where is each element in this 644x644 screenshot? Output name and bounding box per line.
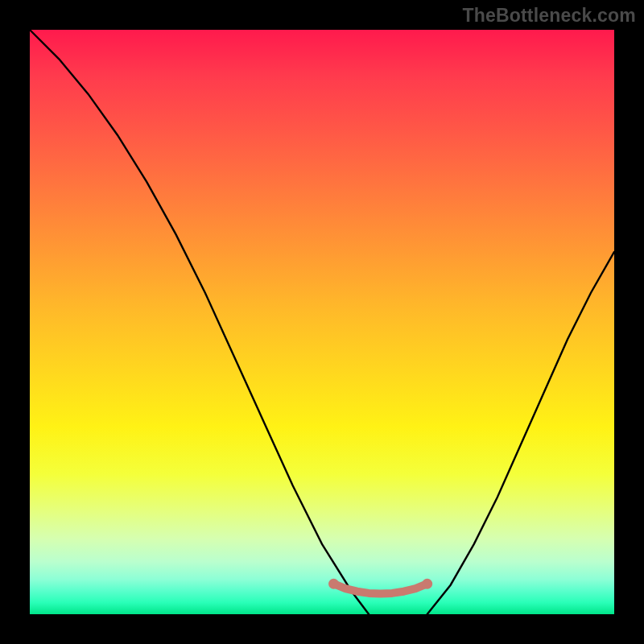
right-curve [427, 252, 614, 614]
left-curve [30, 30, 369, 614]
flat-marker [334, 584, 427, 593]
watermark-text: TheBottleneck.com [462, 5, 636, 27]
chart-frame: TheBottleneck.com [0, 0, 644, 644]
flat-marker-start-dot [328, 579, 339, 589]
flat-marker-end-dot [422, 579, 432, 589]
plot-area [30, 30, 614, 614]
chart-svg [30, 30, 614, 614]
